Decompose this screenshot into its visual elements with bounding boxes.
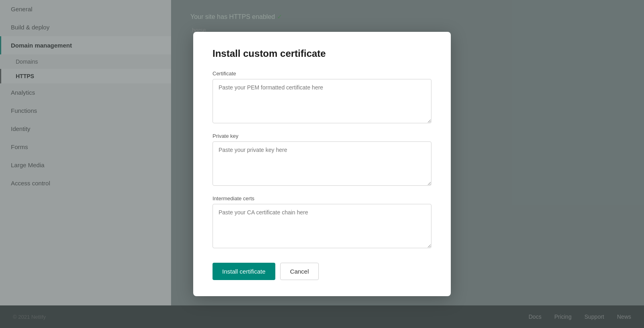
- private-key-textarea[interactable]: [213, 141, 431, 186]
- install-certificate-modal: Install custom certificate Certificate P…: [193, 32, 451, 296]
- cancel-button[interactable]: Cancel: [280, 263, 319, 280]
- intermediate-certs-textarea[interactable]: [213, 204, 431, 248]
- private-key-field-group: Private key: [213, 133, 431, 187]
- modal-title: Install custom certificate: [213, 48, 431, 59]
- modal-actions: Install certificate Cancel: [213, 263, 431, 280]
- certificate-textarea[interactable]: [213, 79, 431, 123]
- intermediate-certs-field-group: Intermediate certs: [213, 195, 431, 250]
- intermediate-certs-label: Intermediate certs: [213, 195, 431, 201]
- install-certificate-button[interactable]: Install certificate: [213, 263, 275, 280]
- certificate-field-group: Certificate: [213, 71, 431, 125]
- certificate-label: Certificate: [213, 71, 431, 77]
- modal-overlay: Install custom certificate Certificate P…: [0, 0, 644, 328]
- private-key-label: Private key: [213, 133, 431, 139]
